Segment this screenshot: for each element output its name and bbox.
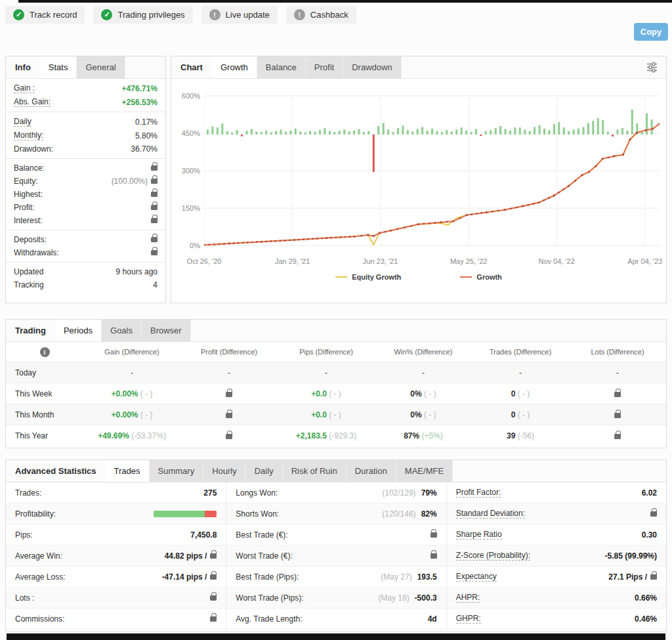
info-value-text: +476.71% (122, 84, 158, 93)
stats-tab-daily[interactable]: Daily (246, 460, 283, 482)
stat-row: AHPR:0.66% (447, 587, 666, 608)
info-row: Tracking4 (6, 278, 165, 291)
period-cell: - (278, 368, 375, 377)
lock-icon (210, 574, 217, 580)
periods-info-cell: i (6, 347, 83, 357)
period-row-label: This Year (6, 431, 83, 440)
y-axis-tick-label: 150% (174, 204, 200, 212)
bottom-border-strip (7, 633, 665, 640)
trading-tab-periods[interactable]: Periods (55, 320, 102, 341)
periods-column-header: Trades (Difference) (472, 348, 569, 356)
chart-tab-balance[interactable]: Balance (257, 56, 306, 78)
info-row: Monthly:5.80% (6, 129, 165, 142)
period-cell (180, 389, 278, 398)
growth-chart[interactable] (204, 89, 660, 252)
legend-swatch (335, 276, 347, 278)
chart-tabstrip: Chart GrowthBalanceProfitDrawdown (171, 56, 666, 79)
stat-value-text: 27.1 Pips / (608, 572, 647, 582)
stats-tab-summary[interactable]: Summary (150, 460, 204, 482)
stat-value-text: 44.82 pips / (165, 551, 207, 561)
info-icon[interactable]: i (40, 347, 50, 357)
stats-tab-duration[interactable]: Duration (346, 460, 396, 482)
stat-row: Profit Factor:6.02 (447, 482, 666, 503)
stat-label: Avg. Trade Length: (236, 614, 302, 624)
stat-row: Standard Deviation: (447, 503, 666, 524)
info-value: (100.00%) (112, 177, 158, 186)
check-icon: ✓ (13, 9, 24, 20)
chart-tab-growth[interactable]: Growth (212, 56, 257, 78)
period-row-label: Today (6, 368, 83, 377)
info-row: Abs. Gain:+256.53% (6, 95, 165, 109)
stat-row: Average Loss:-47.14 pips / (6, 566, 226, 587)
y-axis-tick-label: 450% (174, 129, 200, 137)
trading-tab-goals[interactable]: Goals (102, 320, 142, 341)
stat-label: Sharpe Ratio (456, 530, 502, 540)
trading-panel: Trading PeriodsGoalsBrowser iGain (Diffe… (5, 319, 667, 448)
stats-tab-mae-mfe[interactable]: MAE/MFE (396, 460, 453, 482)
trading-tabstrip: Trading PeriodsGoalsBrowser (6, 320, 666, 342)
lock-icon (210, 553, 217, 559)
info-value: 5.80% (135, 131, 158, 140)
info-value (151, 250, 158, 255)
chart-panel-title: Chart (171, 56, 212, 78)
period-cell (180, 431, 278, 440)
period-cell-value: +0.00% (111, 389, 138, 398)
info-tab-general[interactable]: General (77, 56, 125, 78)
status-badge: ✓Trading privileges (93, 6, 192, 24)
period-cell-diff: ( - ) (329, 389, 341, 398)
info-row: Drawdown:36.70% (6, 142, 165, 156)
info-tabstrip: Info StatsGeneral (6, 56, 165, 79)
info-label: Daily (14, 117, 32, 127)
info-row: Profit: (6, 201, 165, 214)
info-section: Gain :+476.71%Abs. Gain:+256.53% (6, 79, 165, 112)
period-cell-value: 87% (404, 431, 419, 440)
lock-icon (226, 434, 232, 439)
stat-value-text: 0.30 (642, 530, 657, 540)
info-tab-stats[interactable]: Stats (40, 56, 77, 78)
stats-tab-risk-of-ruin[interactable]: Risk of Ruin (283, 460, 346, 482)
stat-label: Profit Factor: (456, 488, 501, 498)
stat-row: Commissions: (6, 608, 226, 629)
lock-icon (151, 250, 158, 255)
lock-icon (210, 616, 217, 622)
stat-row: Best Trade (€): (226, 524, 446, 545)
stat-row: Average Win:44.82 pips / (6, 545, 226, 566)
copy-button[interactable]: Copy (634, 23, 668, 41)
exclamation-icon: ! (294, 9, 305, 20)
stat-row: Trades:275 (6, 482, 226, 503)
stat-value (650, 511, 657, 517)
period-cell: +2,183.5 (-929.3) (278, 431, 375, 440)
period-cell: - (375, 368, 472, 377)
stat-value: 275 (203, 488, 217, 498)
chart-legend: Equity GrowthGrowth (171, 273, 666, 281)
lock-icon (430, 532, 437, 538)
period-cell-value: +0.0 (311, 410, 327, 419)
lock-icon (614, 434, 621, 439)
info-value (151, 192, 158, 197)
stat-value-text: 82% (421, 509, 437, 519)
trading-tab-browser[interactable]: Browser (142, 320, 191, 341)
status-badge: ✓Track record (5, 6, 85, 24)
stat-value: 44.82 pips / (165, 551, 217, 561)
lock-icon (226, 413, 232, 418)
x-axis-tick-label: Jan 29, '21 (275, 257, 310, 265)
period-cell: +0.0 ( - ) (278, 389, 375, 398)
chart-tab-profit[interactable]: Profit (306, 56, 343, 78)
info-value-text: 0.17% (135, 117, 158, 127)
chart-tab-drawdown[interactable]: Drawdown (343, 56, 401, 78)
table-row: This Month+0.00% ( - )+0.0 ( - )0% ( - )… (6, 404, 666, 425)
stats-tab-hourly[interactable]: Hourly (203, 460, 246, 482)
status-badges: ✓Track record✓Trading privileges!Live up… (5, 6, 356, 24)
period-row-label: This Month (6, 410, 83, 419)
chart-settings-icon[interactable] (638, 56, 666, 78)
period-cell-diff: ( - ) (140, 410, 153, 419)
stat-row: Expectancy27.1 Pips / (447, 566, 666, 587)
stat-label: Best Trade (€): (236, 530, 287, 540)
info-label: Gain : (14, 83, 35, 93)
period-cell: - (472, 368, 569, 377)
stat-label: Best Trade (Pips): (236, 572, 299, 582)
stats-tabstrip: Advanced Statistics TradesSummaryHourlyD… (6, 460, 666, 482)
stat-value-text: 6.02 (642, 488, 657, 498)
period-cell-diff: ( - ) (424, 389, 436, 398)
stats-tab-trades[interactable]: Trades (106, 460, 150, 482)
